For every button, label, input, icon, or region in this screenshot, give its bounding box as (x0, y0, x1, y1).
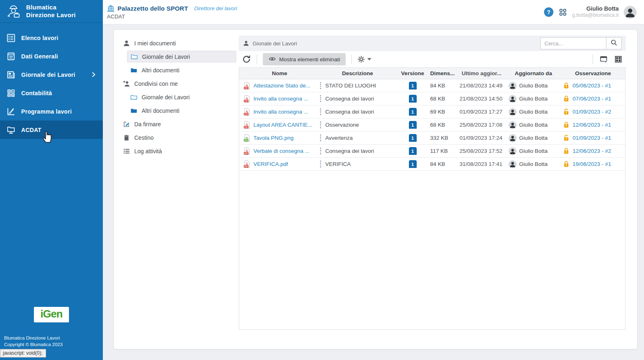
observation-link[interactable]: 07/06/2023 - #1 (573, 96, 611, 102)
caret-down-icon (367, 58, 371, 60)
kebab-menu-icon[interactable] (320, 82, 322, 89)
chevron-right-icon (91, 72, 96, 77)
observation-link[interactable]: 05/06/2023 - #1 (573, 83, 611, 89)
acdat-icon (7, 125, 16, 134)
table-row: PDFVERIFICA.pdfVERIFICA184 KB31/08/2023 … (239, 158, 625, 171)
sidebar-item-contabilita[interactable]: Contabilità (0, 84, 103, 102)
name-cell: PDFVerbale di consegna ... (239, 147, 318, 155)
tree-item-condivisi-con-me[interactable]: Condivisi con me (120, 78, 236, 89)
document-link[interactable]: Invito alla consegna ... (253, 109, 308, 115)
version-badge[interactable]: 1 (409, 82, 417, 89)
sign-pencil-icon (123, 121, 130, 128)
document-link[interactable]: Invito alla consegna ... (253, 96, 308, 102)
observation-cell: 19/06/2023 - #1 (561, 161, 625, 168)
show-deleted-button[interactable]: Mostra elementi eliminati (263, 53, 346, 65)
version-badge[interactable]: 1 (409, 160, 417, 168)
description-text: Avvertenza (325, 135, 353, 141)
description-cell: Osservazione (318, 121, 398, 128)
column-header-nome[interactable]: Nome (239, 70, 318, 76)
grid-view-icon[interactable] (614, 55, 622, 63)
person-plus-icon (123, 80, 130, 87)
kebab-menu-icon[interactable] (320, 108, 322, 115)
document-link[interactable]: Tavola PNG.png (253, 135, 293, 141)
observation-link[interactable]: 01/09/2023 - #1 (573, 135, 611, 141)
folder-filled-icon (130, 67, 138, 74)
lock-closed-icon (563, 148, 569, 154)
lock-open-icon (563, 108, 569, 115)
version-badge[interactable]: 1 (409, 121, 417, 129)
tree-item-giornale-dei-lavori[interactable]: Giornale dei Lavori (127, 51, 236, 63)
document-link[interactable]: Layout AREA CANTIE... (253, 122, 312, 128)
observation-link[interactable]: 12/06/2023 - #2 (573, 148, 611, 154)
search-button[interactable] (606, 37, 622, 49)
detail-view-icon[interactable] (600, 55, 608, 63)
column-header-versione[interactable]: Versione (398, 70, 428, 76)
user-name: Giulio Botta (572, 5, 619, 13)
version-badge[interactable]: 1 (409, 108, 417, 116)
sidebar-item-label: Giornale dei Lavori (21, 72, 76, 78)
column-header-aggiornato-da[interactable]: Aggiornato da (506, 70, 561, 76)
name-cell: PDFAttestazione Stato de... (239, 82, 318, 90)
search-input[interactable] (540, 37, 606, 49)
hand-cursor-icon (42, 128, 55, 143)
observation-link[interactable]: 19/06/2023 - #1 (573, 161, 611, 167)
updated-cell: 25/08/2023 17:08 (457, 122, 506, 128)
document-tree: I miei documentiGiornale dei LavoriAltri… (120, 36, 236, 343)
sidebar-item-giornale-dei-lavori[interactable]: Giornale dei Lavori (0, 65, 103, 84)
version-badge[interactable]: 1 (409, 134, 417, 142)
observation-cell: 01/09/2023 - #1 (561, 134, 625, 141)
pdf-file-icon: PDF (243, 108, 251, 116)
sidebar-item-label: Dati Generali (21, 53, 58, 60)
size-cell: 117 KB (428, 148, 457, 154)
settings-menu-button[interactable] (358, 56, 371, 63)
column-header-dimens[interactable]: Dimens... (428, 70, 457, 76)
name-cell: PDFLayout AREA CANTIE... (239, 121, 318, 129)
version-badge[interactable]: 1 (409, 147, 417, 155)
tree-item-cestino[interactable]: Cestino (120, 132, 236, 143)
observation-link[interactable]: 12/06/2023 - #1 (573, 122, 611, 128)
document-link[interactable]: VERIFICA.pdf (253, 161, 288, 167)
kebab-menu-icon[interactable] (320, 121, 322, 128)
column-header-ultimo-aggior[interactable]: Ultimo aggior... (457, 70, 506, 76)
sidebar-item-elenco-lavori[interactable]: Elenco lavori (0, 29, 103, 47)
sidebar-item-dati-generali[interactable]: Dati Generali (0, 47, 103, 65)
tree-item-log-attivita[interactable]: Log attività (120, 145, 236, 157)
size-cell: 69 KB (428, 109, 457, 115)
sidebar: Blumatica Direzione Lavori Elenco lavori… (0, 0, 103, 360)
worker-logo-icon (5, 3, 22, 20)
tree-item-altri-documenti[interactable]: Altri documenti (127, 64, 236, 76)
kebab-menu-icon[interactable] (320, 95, 322, 102)
table-row: PDFLayout AREA CANTIE...Osservazione168 … (239, 119, 625, 132)
kebab-menu-icon[interactable] (320, 148, 322, 154)
document-link[interactable]: Attestazione Stato de... (253, 83, 311, 89)
table-row: PDFVerbale di consegna ...Consegna dei l… (239, 145, 625, 158)
observation-cell: 07/06/2023 - #1 (561, 95, 625, 102)
topbar-right: ? Giulio Botta g.botta@blumatica.it (544, 5, 637, 19)
version-cell: 1 (398, 134, 428, 142)
version-cell: 1 (398, 95, 428, 103)
apps-grid-icon[interactable] (558, 8, 567, 17)
avatar[interactable] (624, 6, 637, 19)
tree-item-da-firmare[interactable]: Da firmare (120, 118, 236, 130)
avatar (509, 121, 517, 129)
kebab-menu-icon[interactable] (320, 161, 322, 167)
tree-item-altri-documenti[interactable]: Altri documenti (127, 105, 236, 116)
size-cell: 68 KB (428, 96, 457, 102)
document-link[interactable]: Verbale di consegna ... (253, 148, 309, 154)
pdf-file-icon: PDF (243, 147, 251, 155)
column-header-descrizione[interactable]: Descrizione (318, 70, 398, 76)
help-button[interactable]: ? (544, 7, 553, 17)
elenco-lavori-icon (7, 34, 16, 42)
sidebar-item-programma-lavori[interactable]: Programma lavori (0, 102, 103, 121)
observation-link[interactable]: 01/09/2023 - #2 (573, 109, 611, 115)
column-header-osservazione[interactable]: Osservazione (561, 70, 625, 76)
folder-open-icon (130, 94, 138, 101)
kebab-menu-icon[interactable] (320, 134, 322, 141)
toolbar-right (593, 54, 622, 64)
main-column: Palazzetto dello SPORT Direttore dei lav… (103, 0, 644, 360)
version-badge[interactable]: 1 (409, 95, 417, 103)
tree-item-i-miei-documenti[interactable]: I miei documenti (120, 37, 236, 49)
lock-open-icon (563, 134, 569, 141)
refresh-icon[interactable] (242, 55, 251, 64)
tree-item-giornale-dei-lavori[interactable]: Giornale dei Lavori (127, 91, 236, 103)
